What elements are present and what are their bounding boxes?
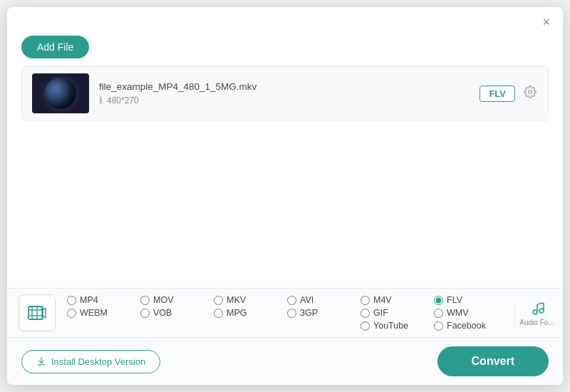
svg-point-0 xyxy=(529,90,532,93)
close-button[interactable]: × xyxy=(539,14,553,30)
format-label-facebook[interactable]: Facebook xyxy=(447,321,486,331)
format-radio-mov[interactable] xyxy=(140,296,150,305)
audio-format-icon xyxy=(529,299,546,316)
file-resolution: 480*270 xyxy=(107,96,139,105)
format-label-m4v[interactable]: M4V xyxy=(373,295,392,305)
format-option-3gp[interactable]: 3GP xyxy=(287,308,361,318)
format-label-webm[interactable]: WEBM xyxy=(80,308,108,318)
format-radio-mkv[interactable] xyxy=(214,296,223,305)
install-label: Install Desktop Version xyxy=(51,356,145,367)
format-radio-mp4[interactable] xyxy=(67,296,76,305)
gear-icon xyxy=(524,86,537,98)
bottom-panel: MP4 MOV MKV AVI M4V xyxy=(7,288,563,385)
bottom-bar: Install Desktop Version Convert xyxy=(7,338,563,385)
format-label-avi[interactable]: AVI xyxy=(300,295,314,305)
audio-format-box[interactable]: Audio Fo... xyxy=(514,299,551,326)
convert-button[interactable]: Convert xyxy=(437,346,549,376)
format-option-mpg[interactable]: MPG xyxy=(214,308,287,318)
format-label-mp4[interactable]: MP4 xyxy=(80,295,98,305)
format-radio-vob[interactable] xyxy=(140,309,150,318)
format-badge[interactable]: FLV xyxy=(480,86,515,102)
format-option-youtube[interactable]: YouTube xyxy=(361,321,434,331)
file-meta: ℹ 480*270 xyxy=(99,95,470,105)
format-label-flv[interactable]: FLV xyxy=(447,295,462,305)
file-actions: FLV xyxy=(480,84,538,103)
video-format-icon-box[interactable] xyxy=(19,294,56,331)
svg-rect-1 xyxy=(28,306,43,319)
format-option-facebook[interactable]: Facebook xyxy=(434,321,507,331)
format-selector: MP4 MOV MKV AVI M4V xyxy=(7,289,563,338)
format-radio-3gp[interactable] xyxy=(287,309,296,318)
svg-point-11 xyxy=(539,309,544,313)
format-label-youtube[interactable]: YouTube xyxy=(373,321,408,331)
format-label-mkv[interactable]: MKV xyxy=(227,295,246,305)
format-radio-avi[interactable] xyxy=(287,296,296,305)
svg-line-13 xyxy=(537,303,544,304)
format-radio-mpg[interactable] xyxy=(214,309,223,318)
toolbar: Add File xyxy=(7,33,563,66)
file-list: file_example_MP4_480_1_5MG.mkv ℹ 480*270… xyxy=(7,66,563,177)
format-radio-m4v[interactable] xyxy=(361,296,370,305)
format-label-mpg[interactable]: MPG xyxy=(227,308,247,318)
audio-format-label: Audio Fo... xyxy=(519,319,554,326)
install-desktop-button[interactable]: Install Desktop Version xyxy=(21,350,160,373)
format-radio-flv[interactable] xyxy=(434,296,443,305)
format-grid: MP4 MOV MKV AVI M4V xyxy=(67,295,507,331)
format-option-m4v[interactable]: M4V xyxy=(361,295,434,305)
format-label-wmv[interactable]: WMV xyxy=(447,308,469,318)
format-option-webm[interactable]: WEBM xyxy=(67,308,140,318)
video-format-icon xyxy=(27,303,47,323)
settings-button[interactable] xyxy=(522,84,538,103)
svg-point-10 xyxy=(533,310,537,314)
format-option-avi[interactable]: AVI xyxy=(287,295,361,305)
format-radio-facebook[interactable] xyxy=(434,321,443,331)
main-window: × Add File file_example_MP4_480_1_5MG.mk… xyxy=(7,7,563,385)
format-radio-webm[interactable] xyxy=(67,309,76,318)
format-option-flv[interactable]: FLV xyxy=(434,295,507,305)
format-radio-gif[interactable] xyxy=(361,309,370,318)
format-label-mov[interactable]: MOV xyxy=(153,295,173,305)
format-radio-wmv[interactable] xyxy=(434,309,443,318)
file-thumbnail xyxy=(32,73,89,113)
format-option-mkv[interactable]: MKV xyxy=(214,295,287,305)
file-item: file_example_MP4_480_1_5MG.mkv ℹ 480*270… xyxy=(21,66,549,121)
format-option-mov[interactable]: MOV xyxy=(140,295,214,305)
format-radio-youtube[interactable] xyxy=(361,321,370,331)
format-label-vob[interactable]: VOB xyxy=(153,308,172,318)
format-option-gif[interactable]: GIF xyxy=(361,308,434,318)
format-label-3gp[interactable]: 3GP xyxy=(300,308,318,318)
format-option-mp4[interactable]: MP4 xyxy=(67,295,140,305)
add-file-button[interactable]: Add File xyxy=(21,36,89,58)
file-info: file_example_MP4_480_1_5MG.mkv ℹ 480*270 xyxy=(99,81,470,105)
format-option-wmv[interactable]: WMV xyxy=(434,308,507,318)
format-option-vob[interactable]: VOB xyxy=(140,308,214,318)
format-label-gif[interactable]: GIF xyxy=(373,308,388,318)
info-icon: ℹ xyxy=(99,95,103,105)
file-name: file_example_MP4_480_1_5MG.mkv xyxy=(99,81,470,92)
thumbnail-image xyxy=(45,78,76,109)
title-bar: × xyxy=(7,7,563,33)
download-icon xyxy=(36,356,46,366)
